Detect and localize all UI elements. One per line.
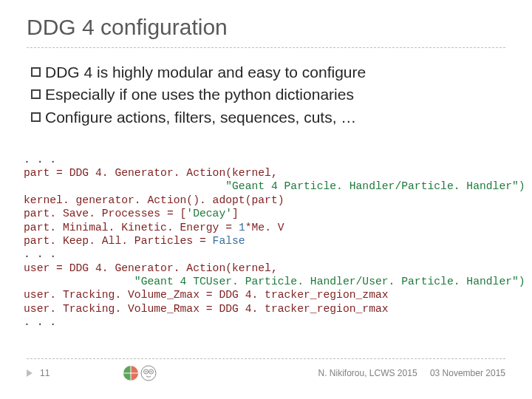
square-bullet-icon xyxy=(31,112,41,122)
globe-logo-icon xyxy=(123,365,139,381)
code-line: "Geant 4 Particle. Handler/Particle. Han… xyxy=(24,180,525,192)
code-fragment: ] xyxy=(232,208,239,219)
slide: DDG 4 configuration DDG 4 is highly modu… xyxy=(0,0,532,399)
code-line: user = DDG 4. Generator. Action(kernel, xyxy=(24,262,278,274)
code-line: . . . xyxy=(24,316,56,328)
code-fragment: part. Minimal. Kinetic. Energy = xyxy=(24,222,239,233)
author-text: N. Nikiforou, LCWS 2015 xyxy=(318,368,417,378)
svg-point-6 xyxy=(151,371,152,372)
square-bullet-icon xyxy=(31,67,41,77)
square-bullet-icon xyxy=(31,89,41,99)
code-line: . . . xyxy=(24,154,56,166)
arrow-right-icon xyxy=(27,369,33,377)
footer: 11 N. Nikiforou, LCWS 201 xyxy=(27,358,505,381)
bullet-item: Especially if one uses the python dictio… xyxy=(31,83,505,106)
code-fragment: False xyxy=(213,235,245,247)
code-block: . . . part = DDG 4. Generator. Action(ke… xyxy=(24,139,505,329)
date-text: 03 November 2015 xyxy=(430,368,505,378)
svg-point-5 xyxy=(146,371,147,372)
code-fragment: part. Keep. All. Particles = xyxy=(24,235,213,247)
bullet-text: Configure actions, filters, sequences, c… xyxy=(45,106,356,129)
bullet-list: DDG 4 is highly modular and easy to conf… xyxy=(27,61,505,129)
code-line: kernel. generator. Action(). adopt(part) xyxy=(24,194,284,206)
footer-row: 11 N. Nikiforou, LCWS 201 xyxy=(27,365,505,381)
page-number: 11 xyxy=(40,368,59,378)
code-fragment: *Me. V xyxy=(245,222,284,233)
code-line: "Geant 4 TCUser. Particle. Handler/User.… xyxy=(24,276,525,287)
code-line: . . . xyxy=(24,248,56,260)
title-divider xyxy=(27,47,505,48)
footer-divider xyxy=(27,358,505,359)
code-fragment: part. Save. Processes = [ xyxy=(24,208,186,219)
code-fragment: 'Decay' xyxy=(186,208,232,219)
footer-credits: N. Nikiforou, LCWS 2015 03 November 2015 xyxy=(318,368,505,378)
code-line: user. Tracking. Volume_Rmax = DDG 4. tra… xyxy=(24,303,389,315)
bullet-text: Especially if one uses the python dictio… xyxy=(45,83,354,106)
code-fragment: 1 xyxy=(239,222,245,233)
slide-title: DDG 4 configuration xyxy=(27,15,505,40)
bullet-item: Configure actions, filters, sequences, c… xyxy=(31,106,505,129)
logo-group xyxy=(123,365,157,381)
owl-logo-icon xyxy=(140,365,157,381)
svg-point-2 xyxy=(141,366,156,381)
bullet-text: DDG 4 is highly modular and easy to conf… xyxy=(45,61,366,83)
bullet-item: DDG 4 is highly modular and easy to conf… xyxy=(31,61,505,83)
code-line: part = DDG 4. Generator. Action(kernel, xyxy=(24,167,278,179)
code-line: user. Tracking. Volume_Zmax = DDG 4. tra… xyxy=(24,289,389,301)
